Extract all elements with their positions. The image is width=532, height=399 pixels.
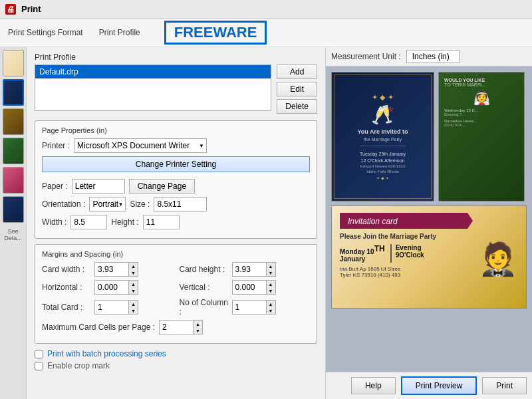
print-icon: 🖨 <box>7 5 15 14</box>
orientation-label: Orientation : <box>42 200 85 209</box>
menu-print-profile[interactable]: Print Profile <box>96 27 143 39</box>
card-width-row: Card width : ▲ ▼ <box>42 262 173 277</box>
banner-subtitle: Please Join the Marriage Party <box>340 233 473 240</box>
profile-item-default[interactable]: Default.drp <box>35 65 271 78</box>
thumb-3[interactable] <box>3 108 24 135</box>
banner-left-content: Invitation card Please Join the Marriage… <box>340 213 473 278</box>
horizontal-up[interactable]: ▲ <box>128 281 138 287</box>
paper-input[interactable] <box>72 179 125 194</box>
thumb-2[interactable] <box>3 79 24 106</box>
max-cells-spinner-btns: ▲ ▼ <box>193 321 202 334</box>
no-of-column-down[interactable]: ▼ <box>266 307 275 314</box>
margins-group: Margins and Spacing (in) Card width : ▲ … <box>35 244 317 344</box>
measurement-label: Measurement Unit : <box>331 52 401 61</box>
paper-label: Paper : <box>42 182 68 191</box>
card-height-row: Card height : ▲ ▼ <box>180 262 311 277</box>
card-height-input[interactable] <box>233 263 266 276</box>
max-cells-spinner: ▲ ▼ <box>159 320 203 334</box>
page-properties-group: Page Properties (in) Printer : Microsoft… <box>35 120 317 239</box>
change-page-button[interactable]: Change Page <box>129 179 195 194</box>
vertical-spinner-btns: ▲ ▼ <box>266 281 275 294</box>
vertical-down[interactable]: ▼ <box>266 287 275 294</box>
batch-processing-row: Print with batch processing series <box>35 349 317 358</box>
change-printer-button[interactable]: Change Printer Setting <box>42 156 310 172</box>
margins-grid: Card width : ▲ ▼ Card height : <box>42 262 310 317</box>
banner-couple-figure: 🤵 <box>478 241 518 278</box>
no-of-column-spinner-btns: ▲ ▼ <box>266 301 275 314</box>
vertical-label: Vertical : <box>180 283 229 292</box>
right-panel: Measurement Unit : Inches (in) ✦ ◆ ✦ 🥂 Y… <box>326 47 532 399</box>
card-height-spinner-btns: ▲ ▼ <box>266 263 275 276</box>
width-input[interactable] <box>70 215 107 229</box>
banner-date: Monday 10TH January <box>340 244 392 263</box>
batch-processing-label: Print with batch processing series <box>47 349 166 358</box>
banner-time-line1: Evening <box>396 244 424 251</box>
thumb-4[interactable] <box>3 138 24 164</box>
horizontal-spinner-btns: ▲ ▼ <box>128 281 138 294</box>
total-card-label: Total Card : <box>42 303 92 312</box>
batch-processing-checkbox[interactable] <box>35 350 43 358</box>
horizontal-input[interactable] <box>95 281 128 294</box>
delete-profile-button[interactable]: Delete <box>277 99 317 114</box>
max-cells-row: Maximum Card Cells per Page : ▲ ▼ <box>42 320 310 334</box>
height-input[interactable] <box>143 215 180 229</box>
banner-time: Evening 9O'Clock <box>396 244 424 259</box>
card-width-input[interactable] <box>95 263 128 276</box>
printer-select-wrapper: Microsoft XPS Document Writer <box>74 138 207 153</box>
thumb-1[interactable] <box>3 50 24 76</box>
print-button[interactable]: Print <box>482 377 527 394</box>
card-height-down[interactable]: ▼ <box>266 269 275 276</box>
vertical-input[interactable] <box>233 281 266 294</box>
page-properties-title: Page Properties (in) <box>42 126 310 134</box>
size-input[interactable] <box>154 197 207 211</box>
card1-deco-top: ✦ ◆ ✦ <box>372 93 393 102</box>
card-width-up[interactable]: ▲ <box>128 263 138 269</box>
orientation-select[interactable]: Portrait <box>89 197 126 211</box>
profile-list[interactable]: Default.drp <box>35 65 271 111</box>
total-card-spinner-btns: ▲ ▼ <box>128 301 138 314</box>
no-of-column-spinner: ▲ ▼ <box>232 300 276 315</box>
window-title: Print <box>21 4 41 14</box>
no-of-column-input[interactable] <box>233 301 266 314</box>
app-icon: 🖨 <box>5 4 16 15</box>
total-card-down[interactable]: ▼ <box>128 307 138 314</box>
width-row: Width : Height : <box>42 215 310 229</box>
width-label: Width : <box>42 217 66 227</box>
menu-print-settings[interactable]: Print Settings Format <box>5 27 86 39</box>
horizontal-down[interactable]: ▼ <box>128 287 138 294</box>
banner-card: Invitation card Please Join the Marriage… <box>331 205 527 309</box>
card-height-up[interactable]: ▲ <box>266 263 275 269</box>
printer-select[interactable]: Microsoft XPS Document Writer <box>74 138 207 153</box>
vertical-row: Vertical : ▲ ▼ <box>180 280 311 295</box>
title-bar: 🖨 Print <box>0 0 532 19</box>
printer-row: Printer : Microsoft XPS Document Writer <box>42 138 310 153</box>
thumb-6[interactable] <box>3 196 24 223</box>
print-preview-button[interactable]: Print Preview <box>401 376 477 395</box>
card-preview-2: WOULD YOU LIKE TO TERIR MARRI... 👰 Wedne… <box>438 72 525 201</box>
freeware-badge: FREEWARE <box>164 21 267 45</box>
thumb-5[interactable] <box>3 167 24 194</box>
max-cells-down[interactable]: ▼ <box>193 327 202 334</box>
max-cells-up[interactable]: ▲ <box>193 321 202 327</box>
edit-profile-button[interactable]: Edit <box>277 82 317 96</box>
preview-area: ✦ ◆ ✦ 🥂 You Are Invited to the Marriage … <box>326 66 532 372</box>
orientation-select-wrapper: Portrait <box>89 197 126 211</box>
card1-subtitle: the Marriage Party <box>364 137 402 142</box>
profile-label: Print Profile <box>35 53 76 62</box>
crop-mark-checkbox[interactable] <box>35 362 43 370</box>
banner-addr1: Ina Burt Ap 1685 Ut Stree <box>340 266 473 272</box>
vertical-up[interactable]: ▲ <box>266 281 275 287</box>
total-card-input[interactable] <box>95 301 128 314</box>
help-button[interactable]: Help <box>351 377 396 394</box>
menu-bar: Print Settings Format Print Profile FREE… <box>0 19 532 47</box>
total-card-up[interactable]: ▲ <box>128 301 138 307</box>
no-of-column-up[interactable]: ▲ <box>266 301 275 307</box>
card1-deco-bottom: ✦ ◆ ✦ <box>376 176 388 180</box>
vertical-spinner: ▲ ▼ <box>232 280 276 295</box>
max-cells-input[interactable] <box>160 321 193 334</box>
card-width-down[interactable]: ▼ <box>128 269 138 276</box>
no-of-column-label: No of Column : <box>180 298 229 317</box>
card2-line1: WOULD YOU LIKE <box>444 78 485 82</box>
card2-time: Evening 7... <box>444 112 466 116</box>
add-profile-button[interactable]: Add <box>277 65 317 79</box>
